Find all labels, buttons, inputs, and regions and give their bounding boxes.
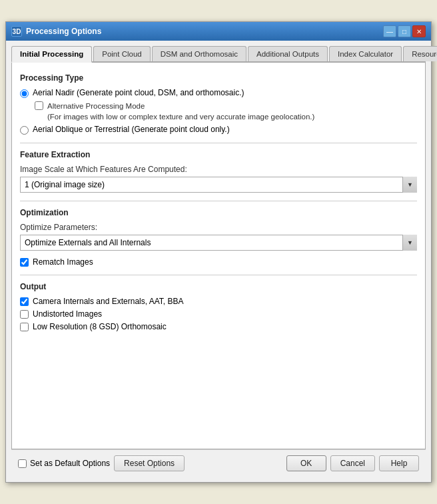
output-label: Output <box>20 282 417 291</box>
minimize-button[interactable]: — <box>383 25 396 37</box>
aerial-nadir-row: Aerial Nadir (Generate point cloud, DSM,… <box>20 88 417 98</box>
optimize-params-dropdown-wrap: Optimize Externals and All Internals Opt… <box>20 235 417 251</box>
aerial-oblique-row: Aerial Oblique or Terrestrial (Generate … <box>20 125 417 135</box>
optimization-group: Optimization Optimize Parameters: Optimi… <box>20 208 417 267</box>
app-icon: 3D <box>11 26 22 37</box>
camera-internals-checkbox[interactable] <box>20 297 29 306</box>
image-scale-label: Image Scale at Which Features Are Comput… <box>20 165 417 174</box>
tabs-container: Initial Processing Point Cloud DSM and O… <box>11 46 426 63</box>
ok-button[interactable]: OK <box>286 455 326 471</box>
tab-point-cloud[interactable]: Point Cloud <box>93 46 150 61</box>
aerial-nadir-label: Aerial Nadir (Generate point cloud, DSM,… <box>33 88 244 97</box>
aerial-oblique-radio[interactable] <box>20 126 29 135</box>
window-body: Initial Processing Point Cloud DSM and O… <box>6 41 431 482</box>
separator-2 <box>20 201 417 201</box>
camera-internals-label: Camera Internals and Externals, AAT, BBA <box>33 297 184 306</box>
aerial-oblique-label: Aerial Oblique or Terrestrial (Generate … <box>33 125 230 134</box>
tab-initial-processing[interactable]: Initial Processing <box>11 46 92 63</box>
help-button[interactable]: Help <box>379 455 419 471</box>
tab-additional-outputs[interactable]: Additional Outputs <box>248 46 328 61</box>
bottom-bar: Set as Default Options Reset Options OK … <box>11 449 426 477</box>
tab-resources[interactable]: Resources <box>403 46 437 61</box>
aerial-nadir-radio[interactable] <box>20 89 29 98</box>
low-res-label: Low Resolution (8 GSD) Orthomosaic <box>33 322 167 331</box>
feature-extraction-label: Feature Extraction <box>20 150 417 159</box>
low-res-checkbox[interactable] <box>20 323 29 331</box>
set-default-label: Set as Default Options <box>30 459 110 468</box>
set-default-checkbox[interactable] <box>18 459 27 468</box>
window-title: Processing Options <box>26 27 101 36</box>
rematch-label: Rematch Images <box>33 257 93 267</box>
title-controls: — □ ✕ <box>383 25 426 37</box>
processing-type-group: Processing Type Aerial Nadir (Generate p… <box>20 73 417 135</box>
reset-options-button[interactable]: Reset Options <box>114 455 185 471</box>
optimize-params-label: Optimize Parameters: <box>20 223 417 232</box>
undistorted-checkbox[interactable] <box>20 310 29 319</box>
title-bar-left: 3D Processing Options <box>11 26 101 37</box>
default-options-row: Set as Default Options <box>18 459 110 468</box>
close-button[interactable]: ✕ <box>412 25 426 37</box>
alternative-mode-text: Alternative Processing Mode (For images … <box>47 101 314 122</box>
undistorted-row: Undistorted Images <box>20 309 417 319</box>
maximize-button[interactable]: □ <box>398 25 411 37</box>
undistorted-label: Undistorted Images <box>33 309 102 319</box>
low-res-row: Low Resolution (8 GSD) Orthomosaic <box>20 322 417 331</box>
bottom-left: Set as Default Options Reset Options <box>18 455 185 471</box>
tab-index-calculator[interactable]: Index Calculator <box>329 46 402 61</box>
rematch-row: Rematch Images <box>20 257 417 267</box>
alternative-mode-checkbox[interactable] <box>35 101 43 110</box>
image-scale-dropdown-wrap: 1 (Original image size) 1/2 (Half image … <box>20 177 417 193</box>
separator-1 <box>20 143 417 143</box>
processing-type-label: Processing Type <box>20 73 417 83</box>
tab-dsm-orthomosaic[interactable]: DSM and Orthomosaic <box>152 46 246 61</box>
output-group: Output Camera Internals and Externals, A… <box>20 282 417 331</box>
panel-content: Processing Type Aerial Nadir (Generate p… <box>11 63 426 449</box>
cancel-button[interactable]: Cancel <box>330 455 375 471</box>
alternative-mode-row: Alternative Processing Mode (For images … <box>35 101 417 122</box>
separator-3 <box>20 275 417 275</box>
image-scale-dropdown[interactable]: 1 (Original image size) 1/2 (Half image … <box>20 177 417 193</box>
title-bar: 3D Processing Options — □ ✕ <box>6 22 431 41</box>
feature-extraction-group: Feature Extraction Image Scale at Which … <box>20 150 417 193</box>
camera-internals-row: Camera Internals and Externals, AAT, BBA <box>20 297 417 306</box>
optimization-label: Optimization <box>20 208 417 217</box>
bottom-right: OK Cancel Help <box>286 455 419 471</box>
rematch-checkbox[interactable] <box>20 258 29 267</box>
main-window: 3D Processing Options — □ ✕ Initial Proc… <box>5 21 432 483</box>
optimize-params-dropdown[interactable]: Optimize Externals and All Internals Opt… <box>20 235 417 251</box>
